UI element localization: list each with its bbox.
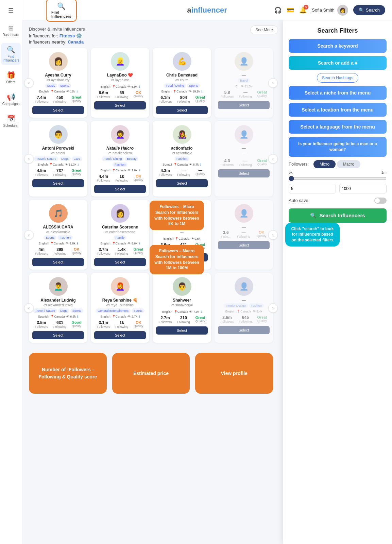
keyword-search-btn[interactable]: Search a keyword — [289, 39, 387, 53]
gender-btn[interactable]: Is your influencer going to be a man or … — [289, 137, 387, 157]
name-partial1: — — [218, 73, 270, 78]
search-filters-panel: Search Filters Search a keyword Search o… — [283, 20, 392, 544]
prev-row3[interactable]: ‹ — [24, 230, 34, 240]
search-influencers-btn[interactable]: 🔍 Search Influencers — [289, 208, 387, 223]
following-val: 450 — [53, 95, 66, 100]
influencer-row-4: ‹ 👨‍🦱 Alexander Ludwig 🏷 alexanderludwig… — [29, 273, 273, 343]
sidebar-item-find[interactable]: 🔍 FindInfluencers — [1, 43, 21, 65]
select-btn-reya[interactable]: Select — [94, 331, 146, 339]
influencer-card-natalie: 👩‍🦱 Natalie Halcro 🏷 nataliehalcro Food … — [91, 121, 149, 197]
select-btn-layna[interactable]: Select — [94, 101, 146, 109]
followers-label-text: Followers: — [289, 162, 309, 167]
meta-chris: English 📍Canada 👁 19.9k ℹ — [156, 90, 208, 93]
select-btn-alessia[interactable]: Select — [32, 258, 84, 266]
macro-btn[interactable]: Macro — [337, 160, 360, 168]
fitness-link[interactable]: Fitness — [59, 33, 75, 38]
range-labels: 5k 1m — [289, 170, 387, 174]
followers-bubble-text: Number of -Followers -Following & Qualit… — [36, 366, 100, 380]
select-btn-alexander[interactable]: Select — [32, 331, 84, 339]
select-btn-partial2[interactable]: Select — [218, 169, 270, 177]
influencer-card-partial-2: 👤 — — 4.3Followers —Following GreatQuali… — [215, 121, 273, 197]
search-button[interactable]: 🔍 Search — [353, 5, 385, 15]
info-icon-chris[interactable]: ℹ — [201, 90, 202, 93]
sidebar-item-scheduler[interactable]: 📅 Scheduler — [1, 112, 21, 130]
influencer-card-ayesha: 👩 Ayesha Curry 🏷 ayeshacurry Music Sport… — [29, 48, 87, 118]
search-icon-btn: 🔍 — [359, 7, 364, 13]
see-more-btn[interactable]: See More — [250, 26, 278, 34]
followers-label: Followers: Micro Macro — [289, 160, 387, 168]
select-btn-antoni[interactable]: Select — [32, 179, 84, 187]
following-label: Following — [53, 100, 66, 103]
select-btn-action[interactable]: Select — [156, 179, 208, 187]
info-icon-ayesha[interactable]: ℹ — [76, 90, 78, 93]
search-influencers-icon: 🔍 — [310, 213, 317, 219]
select-btn-chris[interactable]: Select — [156, 106, 208, 114]
next-row2[interactable]: › — [268, 154, 278, 164]
language-btn[interactable]: Select a language from the menu — [289, 120, 387, 134]
next-row4[interactable]: › — [268, 303, 278, 313]
campaigns-icon: 📢 — [7, 93, 15, 101]
micro-tooltip-text: Followers – Micro Search for influencers… — [154, 204, 199, 226]
search-hashtags-btn[interactable]: Search Hashtags — [317, 73, 358, 83]
hamburger-menu[interactable]: ☰ — [8, 7, 14, 14]
find-influencers-tab[interactable]: 🔍 FindInfluencers — [46, 0, 77, 22]
headphone-icon[interactable]: 🎧 — [274, 6, 282, 14]
prev-row4[interactable]: ‹ — [24, 303, 34, 313]
info-icon[interactable]: ℹ — [77, 242, 78, 245]
auto-save-toggle[interactable] — [374, 198, 387, 204]
tag: Music — [45, 83, 57, 88]
select-btn-ayesha[interactable]: Select — [32, 106, 84, 114]
influencer-card-caterina: 👩 Caterina Scorsone 🏷 caterinascorsone F… — [91, 200, 149, 270]
select-btn-partial3[interactable]: Select — [218, 241, 270, 249]
influencer-card-partial-4: 👤 — Interior DesignFashion English 📍Cana… — [215, 273, 273, 343]
influencers-near: Influencers nearby: Canada — [29, 39, 273, 45]
search-tooltip-text: Click "search" to look for influencers b… — [291, 226, 334, 243]
micro-btn[interactable]: Micro — [313, 160, 336, 168]
hashtag-search-btn[interactable]: Search or add a # — [289, 56, 387, 70]
quality-label: Quality — [71, 99, 81, 103]
influencer-card-layna: 👱‍♀️ LaynaBoo ❤️ 🏷 layna.me English 📍Can… — [91, 48, 149, 118]
stats-ayesha: 7.4mFollowers 450Following GreatQuality — [32, 95, 84, 103]
canada-link[interactable]: Canada — [68, 39, 84, 45]
next-row3[interactable]: › — [268, 230, 278, 240]
reach-ayesha: 👁 18k — [66, 90, 75, 93]
info-icon[interactable]: ℹ — [139, 169, 140, 172]
user-avatar: 👩 — [337, 5, 348, 16]
notification-icon[interactable]: 🔔 5 — [299, 6, 307, 14]
stats-chris: 6.1mFollowers 804Following GreatQuality — [156, 95, 208, 103]
info-icon[interactable]: ℹ — [201, 310, 202, 313]
user-info[interactable]: Sofia Smith 👩 — [312, 5, 348, 16]
select-btn-caterina[interactable]: Select — [94, 258, 146, 266]
followers-range-slider[interactable] — [289, 176, 387, 181]
sidebar-item-offers[interactable]: 🎁 Offers — [1, 68, 21, 87]
niche-btn[interactable]: Select a niche from the menu — [289, 86, 387, 100]
influencer-grid-row1: 👩 Ayesha Curry 🏷 ayeshacurry Music Sport… — [29, 48, 273, 118]
sidebar-item-campaigns[interactable]: 📢 Campaigns — [1, 90, 21, 108]
select-btn-partial4[interactable]: Select — [218, 326, 270, 334]
select-btn-partial1[interactable]: Select — [218, 101, 270, 109]
info-icon-layna[interactable]: ℹ — [139, 85, 140, 88]
prev-row2[interactable]: ‹ — [24, 154, 34, 164]
gear-icon[interactable]: ⚙️ — [76, 33, 82, 38]
range-min-label: 5k — [289, 170, 293, 174]
prev-row1[interactable]: ‹ — [24, 78, 34, 88]
next-row1[interactable]: › — [268, 78, 278, 88]
followers-min-input[interactable] — [289, 184, 336, 193]
influencer-row-2: ‹ 👨 Antoni Porowski 🏷 antoni Travel / Na… — [29, 121, 273, 197]
info-icon[interactable]: ℹ — [200, 163, 201, 166]
info-icon[interactable]: ℹ — [139, 242, 140, 245]
notification-badge: 5 — [304, 5, 308, 10]
select-btn-shahveer[interactable]: Select — [156, 326, 208, 335]
tag: Travel — [238, 78, 250, 83]
select-btn-natalie[interactable]: Select — [94, 185, 146, 193]
location-btn[interactable]: Select a location from the menu — [289, 103, 387, 117]
info-icon[interactable]: ℹ — [78, 163, 79, 166]
info-icon[interactable]: ℹ — [139, 315, 140, 318]
wallet-icon[interactable]: 💳 — [287, 6, 294, 14]
sidebar-item-dashboard[interactable]: ⊞ Dashboard — [1, 21, 21, 39]
followers-max-input[interactable] — [339, 184, 387, 193]
find-icon: 🔍 — [7, 46, 15, 54]
logo-rest: influencer — [191, 6, 227, 14]
info-icon[interactable]: ℹ — [77, 315, 78, 318]
followers-info-bubble: Number of -Followers -Following & Qualit… — [29, 353, 107, 394]
